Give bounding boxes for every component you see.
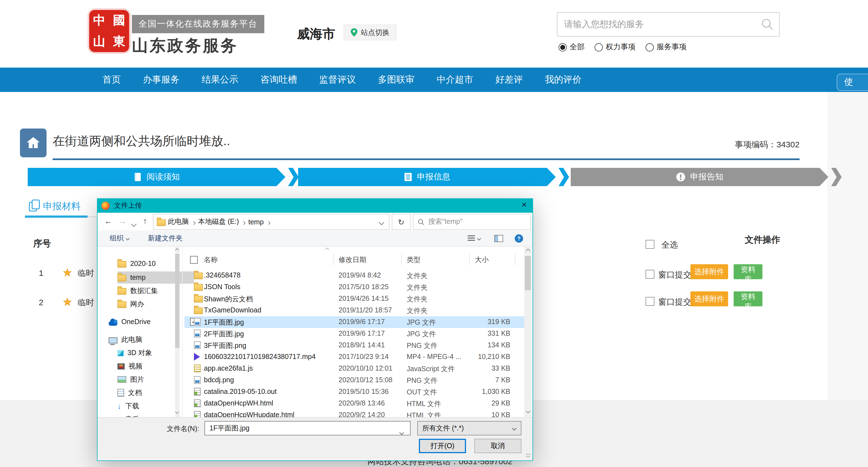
help-button[interactable]: ? — [515, 234, 523, 242]
view-mode-button[interactable] — [468, 235, 480, 241]
dialog-titlebar[interactable]: 文件上传 × — [97, 199, 532, 213]
choose-attachment-button[interactable]: 选择附件 — [690, 291, 728, 306]
nav-item-首页[interactable]: 首页 — [102, 74, 121, 86]
sidebar-item-label: 数据汇集 — [130, 286, 158, 295]
image-file-icon — [194, 341, 200, 349]
filter-label: 全部 — [569, 42, 585, 52]
step-label: 阅读须知 — [147, 172, 180, 182]
window-submit-checkbox[interactable] — [646, 270, 654, 279]
site-switch-button[interactable]: 站点切换 — [344, 24, 397, 40]
file-name: 1606032210171019824380717.mp4 — [204, 353, 316, 361]
step-申报信息[interactable]: 申报信息 — [298, 168, 556, 186]
organize-button[interactable]: 组织 — [110, 234, 129, 243]
nav-item-结果公示[interactable]: 结果公示 — [202, 74, 238, 86]
radio-icon[interactable] — [559, 43, 567, 51]
back-icon[interactable]: ← — [104, 216, 113, 226]
file-row-bdcdj.png[interactable]: bdcdj.png2020/10/12 15:08PNG 文件7 KB — [185, 374, 524, 386]
step-chevron-icon — [559, 168, 569, 186]
item-code: 事项编码：34302 — [698, 139, 800, 150]
filename-input[interactable] — [205, 421, 411, 435]
file-row-3F平面图.png[interactable]: 3F平面图.png2018/9/1 14:41PNG 文件134 KB — [185, 340, 524, 351]
sidebar-scrollbar[interactable] — [175, 246, 180, 417]
file-row-1606032210171019824380717.mp4[interactable]: 1606032210171019824380717.mp42017/10/23 … — [185, 351, 524, 363]
column-header-date[interactable]: 修改日期 — [339, 255, 366, 265]
column-header-name[interactable]: 名称 — [204, 255, 218, 265]
nav-item-好差评[interactable]: 好差评 — [495, 74, 523, 86]
dialog-search[interactable]: 搜索"temp" — [413, 214, 531, 230]
resize-grip[interactable] — [526, 453, 531, 458]
select-all-checkbox[interactable] — [646, 240, 654, 249]
file-row-dataOpenHcpWHupdate.html[interactable]: dataOpenHcpWHupdate.html2020/9/2 14:20HT… — [185, 409, 524, 417]
site-name: 山东政务服务 — [132, 35, 238, 57]
window-submit-label: 窗口提交 — [658, 297, 691, 307]
new-folder-button[interactable]: 新建文件夹 — [148, 234, 183, 243]
nav-item-我的评价[interactable]: 我的评价 — [545, 74, 582, 86]
sort-indicator-icon — [325, 248, 329, 251]
service-search-input[interactable] — [557, 20, 761, 29]
address-bar[interactable]: 此电脑本地磁盘 (E:)temp — [153, 214, 390, 230]
preview-pane-button[interactable] — [494, 235, 503, 242]
library-button[interactable]: 资料库 — [734, 264, 763, 279]
nav-item-多图联审[interactable]: 多图联审 — [378, 74, 414, 86]
file-list-scrollbar-thumb[interactable] — [525, 256, 531, 290]
step-申报告知[interactable]: 申报告知 — [571, 168, 828, 186]
file-row-dataOpenHcpWH.html[interactable]: dataOpenHcpWH.html2020/9/8 13:46HTML 文件2… — [185, 398, 524, 409]
filename-dropdown-icon[interactable] — [400, 427, 403, 437]
documents-icon — [29, 199, 40, 212]
file-row-app.ace26fa1.js[interactable]: app.ace26fa1.js2020/10/10 12:01JavaScrip… — [185, 363, 524, 374]
search-icon[interactable] — [761, 18, 774, 30]
radio-icon[interactable] — [646, 43, 654, 51]
sidebar-item-label: 图片 — [130, 375, 144, 384]
preview-pane-icon — [494, 235, 503, 242]
forward-icon[interactable]: → — [119, 216, 127, 226]
library-button[interactable]: 资料库 — [734, 291, 763, 306]
file-row-1F平面图.jpg[interactable]: ✓1F平面图.jpg2019/9/6 17:17JPG 文件319 KB — [185, 316, 524, 328]
folder-file-icon — [194, 284, 203, 291]
breadcrumb-item-此电脑[interactable]: 此电脑 — [166, 217, 191, 226]
address-dropdown-icon[interactable] — [379, 218, 383, 226]
file-list-scrollbar[interactable] — [524, 246, 531, 417]
file-row-Shawn的云文档[interactable]: Shawn的云文档2019/4/26 14:15文件夹 — [185, 293, 524, 305]
step-阅读须知[interactable]: 阅读须知 — [28, 168, 285, 186]
window-submit-checkbox[interactable] — [646, 297, 654, 306]
file-row-2F平面图.jpg[interactable]: 2F平面图.jpg2019/9/6 17:17JPG 文件331 KB — [185, 328, 524, 340]
nav-item-咨询吐槽[interactable]: 咨询吐槽 — [260, 74, 297, 86]
cancel-button[interactable]: 取消 — [474, 439, 521, 453]
nav-partial-button[interactable]: 使 — [836, 74, 868, 91]
sidebar-scrollbar-thumb[interactable] — [175, 254, 180, 348]
nav-item-中介超市[interactable]: 中介超市 — [437, 74, 473, 86]
close-icon[interactable]: × — [521, 199, 527, 211]
nav-item-办事服务[interactable]: 办事服务 — [143, 74, 180, 86]
folder-file-icon — [194, 273, 203, 279]
select-all[interactable]: 全选 — [646, 240, 678, 250]
file-name: dataOpenHcpWH.html — [204, 399, 273, 407]
refresh-icon[interactable]: ↻ — [392, 214, 411, 230]
file-type: JPG 文件 — [407, 318, 436, 328]
filetype-filter-select[interactable]: 所有文件 (*.*) — [417, 421, 521, 435]
history-chevron-icon[interactable] — [132, 218, 136, 228]
file-date: 2019/4/26 14:15 — [339, 295, 389, 303]
filter-全部[interactable]: 全部 — [559, 42, 585, 52]
filter-权力事项[interactable]: 权力事项 — [594, 42, 636, 52]
file-size: 7 KB — [439, 376, 510, 384]
breadcrumb-item-temp[interactable]: temp — [246, 218, 266, 226]
file-row-TxGameDownload[interactable]: TxGameDownload2019/11/20 18:57文件夹 — [185, 305, 524, 316]
sidebar-item-OneDrive[interactable]: OneDrive — [108, 316, 185, 328]
column-header-type[interactable]: 类型 — [407, 255, 421, 265]
file-row-catalina.2019-05-10.out[interactable]: catalina.2019-05-10.out2019/5/10 15:36OU… — [185, 386, 524, 398]
file-row-JSON Tools[interactable]: JSON Tools2017/5/10 18:25文件夹 — [185, 281, 524, 293]
radio-icon[interactable] — [594, 43, 603, 51]
sidebar-item-此电脑[interactable]: 此电脑 — [108, 334, 185, 346]
sidebar-item-label: 2020-10 — [130, 260, 156, 268]
column-header-size[interactable]: 大小 — [475, 255, 489, 265]
folder-icon — [118, 301, 126, 308]
open-button[interactable]: 打开(O) — [419, 439, 466, 453]
up-icon[interactable]: ↑ — [143, 216, 147, 226]
header-checkbox[interactable] — [190, 256, 198, 264]
choose-attachment-button[interactable]: 选择附件 — [690, 264, 728, 279]
tab-declare-materials[interactable]: 申报材料 — [29, 199, 81, 213]
filter-服务事项[interactable]: 服务事项 — [646, 42, 686, 52]
nav-item-监督评议[interactable]: 监督评议 — [319, 74, 356, 86]
file-row-.324658478[interactable]: .3246584782019/9/4 8:42文件夹 — [185, 270, 524, 281]
breadcrumb-item-本地磁盘 (E:)[interactable]: 本地磁盘 (E:) — [196, 217, 241, 226]
